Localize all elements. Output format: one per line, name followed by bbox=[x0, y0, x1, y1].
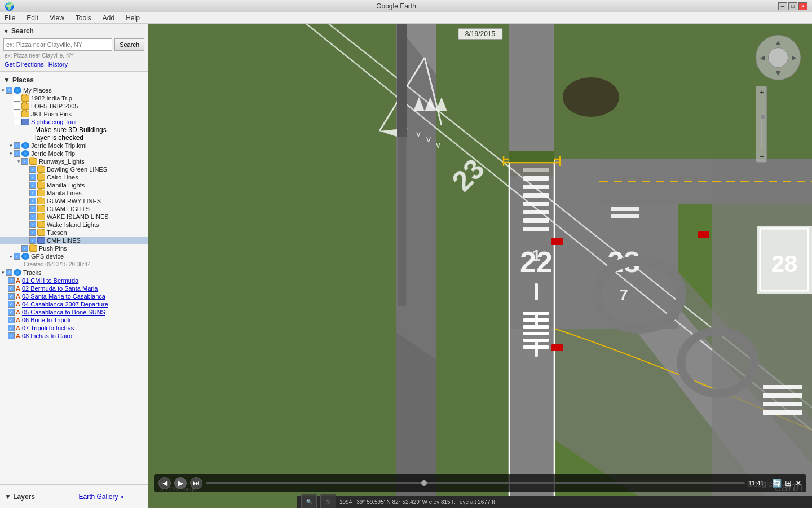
track-label[interactable]: 08 Inchas to Cairo bbox=[22, 332, 72, 339]
tree-checkbox[interactable] bbox=[29, 213, 36, 220]
menu-edit[interactable]: Edit bbox=[24, 13, 41, 23]
tree-expander[interactable]: ▸ bbox=[8, 253, 14, 259]
tracks-expander[interactable]: ▾ bbox=[0, 270, 6, 275]
history-link[interactable]: History bbox=[48, 61, 68, 68]
tree-checkbox[interactable] bbox=[29, 221, 36, 228]
menu-add[interactable]: Add bbox=[100, 13, 117, 23]
tree-item[interactable]: GUAM RWY LINES bbox=[0, 197, 148, 205]
tree-checkbox[interactable] bbox=[29, 205, 36, 212]
tree-item[interactable]: Push Pins bbox=[0, 244, 148, 252]
tree-item[interactable]: ▸GPS device bbox=[0, 252, 148, 260]
tree-item[interactable]: WAKE ISLAND LINES bbox=[0, 213, 148, 221]
tree-checkbox[interactable] bbox=[14, 253, 20, 260]
nav-east-button[interactable]: ► bbox=[790, 53, 798, 62]
track-label[interactable]: 01 CMH to Bermuda bbox=[22, 277, 78, 284]
layers-button[interactable]: ▼ Layers bbox=[0, 485, 74, 508]
places-header[interactable]: ▼ Places bbox=[0, 74, 148, 86]
tree-expander[interactable]: ▾ bbox=[8, 151, 14, 156]
timeline-next-button[interactable]: ⏭ bbox=[190, 477, 202, 489]
tree-checkbox[interactable] bbox=[21, 245, 28, 252]
track-checkbox[interactable] bbox=[8, 285, 15, 292]
get-directions-link[interactable]: Get Directions bbox=[5, 61, 44, 68]
track-label[interactable]: 03 Santa Maria to Casablanca bbox=[22, 293, 105, 300]
search-collapse-icon[interactable]: ▼ bbox=[3, 28, 9, 34]
tree-checkbox[interactable] bbox=[14, 103, 20, 110]
earth-gallery-button[interactable]: Earth Gallery » bbox=[74, 485, 148, 508]
tree-item[interactable]: Sightseeing Tour bbox=[0, 118, 148, 126]
track-item[interactable]: A 01 CMH to Bermuda bbox=[0, 277, 148, 284]
tree-expander[interactable]: ▾ bbox=[0, 87, 6, 93]
zoom-track[interactable] bbox=[761, 115, 762, 148]
nav-north-button[interactable]: ▲ bbox=[774, 38, 782, 47]
menu-view[interactable]: View bbox=[47, 13, 67, 23]
tree-item[interactable]: layer is checked bbox=[0, 134, 148, 142]
timeline-settings-button[interactable]: ⊞ bbox=[785, 479, 792, 488]
track-item[interactable]: A 08 Inchas to Cairo bbox=[0, 332, 148, 340]
tree-item[interactable]: CMH LINES bbox=[0, 237, 148, 244]
tree-checkbox[interactable] bbox=[29, 198, 36, 204]
tracks-checkbox[interactable] bbox=[6, 269, 12, 276]
tree-checkbox[interactable] bbox=[14, 111, 20, 117]
track-item[interactable]: A 05 Casablanca to Bone SUNS bbox=[0, 308, 148, 316]
tree-item[interactable]: JKT Push Pins bbox=[0, 110, 148, 118]
track-label[interactable]: 07 Tripoli to Inchas bbox=[22, 325, 74, 331]
menu-tools[interactable]: Tools bbox=[73, 13, 94, 23]
tree-item[interactable]: Manilla Lights bbox=[0, 181, 148, 189]
tree-checkbox[interactable] bbox=[29, 166, 36, 173]
track-item[interactable]: A 03 Santa Maria to Casablanca bbox=[0, 292, 148, 300]
nav-south-button[interactable]: ▼ bbox=[774, 68, 782, 77]
track-checkbox[interactable] bbox=[8, 277, 15, 284]
minimize-button[interactable]: ─ bbox=[778, 2, 787, 10]
tree-item[interactable]: ▾Runways_Lights bbox=[0, 157, 148, 165]
tree-checkbox[interactable] bbox=[29, 229, 36, 236]
map-area[interactable]: 22 1 bbox=[148, 24, 812, 508]
zoom-in-button[interactable]: + bbox=[756, 86, 767, 98]
tracks-header[interactable]: ▾ Tracks bbox=[0, 269, 148, 277]
timeline-slider[interactable] bbox=[206, 482, 745, 484]
tree-item[interactable]: ▾My Places bbox=[0, 86, 148, 94]
timeline-reload-button[interactable]: 🔄 bbox=[772, 479, 782, 488]
tree-item[interactable]: Tucson bbox=[0, 229, 148, 237]
tree-item[interactable]: Wake Island Lights bbox=[0, 221, 148, 229]
search-button[interactable]: Search bbox=[114, 38, 144, 51]
tree-checkbox[interactable] bbox=[14, 142, 20, 149]
tree-item[interactable]: LOE5 TRIP 2005 bbox=[0, 102, 148, 110]
zoom-out-button[interactable]: − bbox=[756, 151, 767, 162]
maximize-button[interactable]: □ bbox=[788, 2, 797, 10]
search-input[interactable] bbox=[3, 38, 112, 51]
tree-checkbox[interactable] bbox=[29, 237, 36, 244]
tree-item[interactable]: Make sure 3D Buildings bbox=[0, 126, 148, 134]
track-label[interactable]: 05 Casablanca to Bone SUNS bbox=[22, 309, 105, 316]
tree-checkbox[interactable] bbox=[29, 190, 36, 196]
nav-west-button[interactable]: ◄ bbox=[758, 53, 766, 62]
track-item[interactable]: A 07 Tripoli to Inchas bbox=[0, 324, 148, 332]
track-label[interactable]: 02 Bermuda to Santa Maria bbox=[22, 285, 98, 292]
track-label[interactable]: 04 Casablanca 2007 Departure bbox=[22, 301, 108, 308]
track-checkbox[interactable] bbox=[8, 332, 15, 339]
tree-checkbox[interactable] bbox=[29, 182, 36, 189]
track-checkbox[interactable] bbox=[8, 293, 15, 300]
track-label[interactable]: 06 Bone to Tripoli bbox=[22, 317, 70, 323]
timeline-close-button[interactable]: ✕ bbox=[795, 479, 802, 488]
track-checkbox[interactable] bbox=[8, 325, 15, 331]
tree-checkbox[interactable] bbox=[14, 119, 20, 125]
menu-file[interactable]: File bbox=[2, 13, 17, 23]
zoom-thumb[interactable] bbox=[761, 115, 765, 119]
tree-checkbox[interactable] bbox=[21, 158, 28, 165]
track-checkbox[interactable] bbox=[8, 317, 15, 323]
tree-item[interactable]: Bowling Green LINES bbox=[0, 165, 148, 173]
nav-center[interactable] bbox=[768, 47, 788, 68]
track-item[interactable]: A 04 Casablanca 2007 Departure bbox=[0, 300, 148, 308]
track-item[interactable]: A 02 Bermuda to Santa Maria bbox=[0, 284, 148, 292]
tree-item[interactable]: 1982 India Trip bbox=[0, 94, 148, 102]
timeline-prev-button[interactable]: ◀ bbox=[158, 477, 171, 489]
tree-item[interactable]: Cairo Lines bbox=[0, 173, 148, 181]
tree-expander[interactable]: ▾ bbox=[8, 143, 14, 148]
tree-item[interactable]: ▾Jerrie Mock Trip.kml bbox=[0, 142, 148, 150]
timeline-play-button[interactable]: ▶ bbox=[174, 477, 187, 489]
nav-compass[interactable]: ▲ ▼ ◄ ► bbox=[756, 35, 801, 80]
tree-checkbox[interactable] bbox=[14, 95, 20, 102]
timeline-thumb[interactable] bbox=[421, 480, 427, 486]
tree-item-label[interactable]: Sightseeing Tour bbox=[31, 119, 77, 125]
tree-checkbox[interactable] bbox=[29, 174, 36, 181]
